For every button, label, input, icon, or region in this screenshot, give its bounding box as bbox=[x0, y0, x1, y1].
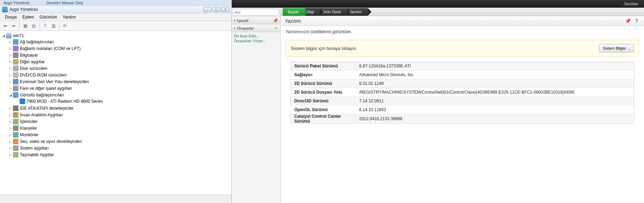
search-input[interactable] bbox=[235, 10, 283, 14]
expand-icon[interactable]: ▷ bbox=[8, 133, 13, 137]
cpu-icon bbox=[13, 119, 18, 124]
maximize-button[interactable]: ☐ bbox=[213, 7, 220, 12]
mouse-icon bbox=[13, 86, 18, 91]
ide-icon bbox=[13, 106, 18, 111]
expand-icon[interactable]: ▷ bbox=[8, 86, 13, 90]
accordion-presets[interactable]: ▾ Önayarlar ✎ bbox=[232, 24, 280, 32]
expand-icon[interactable]: ▷ bbox=[8, 126, 13, 130]
menu-file[interactable]: Dosya bbox=[2, 14, 20, 20]
tree-node[interactable]: ▷İşlemciler bbox=[1, 118, 231, 124]
dvd-icon bbox=[13, 72, 18, 78]
show-hidden-button[interactable]: ▦ bbox=[21, 22, 29, 30]
tree-node[interactable]: ▷Sistem aygıtları bbox=[1, 145, 231, 151]
ccc-content: Başlat Bilgi Ürün Özeti Yazılım Yazılım … bbox=[281, 8, 644, 203]
scan-hardware-button[interactable]: ⟳ bbox=[61, 22, 69, 30]
tree-node-label: Diğer aygıtlar bbox=[20, 59, 45, 64]
tree-node-label: Bağlantı noktaları (COM ve LPT) bbox=[20, 46, 81, 51]
tree-node[interactable]: ▷Bilgisayar bbox=[1, 52, 231, 58]
system-info-banner[interactable]: Sistem bilgisi için buraya tıklayın. Sis… bbox=[286, 40, 639, 57]
expand-icon[interactable]: ▷ bbox=[8, 73, 13, 77]
table-row: SağlayıcıAdvanced Micro Devices, Inc. bbox=[291, 71, 634, 79]
row-value: 6.14.10.11653 bbox=[357, 107, 634, 112]
system-info-button[interactable]: Sistem Bilgisi ... bbox=[599, 44, 634, 52]
expand-icon[interactable]: ▷ bbox=[8, 139, 13, 144]
expand-icon[interactable]: ▷ bbox=[8, 46, 13, 51]
tree-node-label: Taşınabilir Aygıtlar bbox=[20, 152, 54, 157]
tree-node[interactable]: ▷Ses, video ve oyun denetleyicileri bbox=[1, 138, 231, 144]
devmgr-titlebar[interactable]: Aygıt Yöneticisi — ☐ ✕ bbox=[0, 6, 231, 13]
devmgr-title: Aygıt Yöneticisi bbox=[9, 7, 38, 12]
row-value: /REGISTRY/MACHINE/SYSTEM/ControlSet001/C… bbox=[357, 90, 634, 95]
expand-icon[interactable]: ▷ bbox=[8, 113, 13, 117]
tree-node[interactable]: ▷İnsan Arabirim Aygıtları bbox=[1, 112, 231, 118]
tree-node[interactable]: ▷Ağ bağdaştırıcıları bbox=[1, 39, 231, 45]
expand-icon[interactable]: ▷ bbox=[8, 80, 13, 84]
accordion-presets-label: Önayarlar bbox=[237, 26, 254, 30]
collapse-icon[interactable]: ◢ bbox=[8, 93, 13, 97]
tree-node[interactable]: ▷DVD/CD-ROM sürücüleri bbox=[1, 72, 231, 78]
tree-leaf[interactable]: 7900 MOD - ATI Radeon HD 4600 Series bbox=[1, 98, 231, 104]
accordion-pinned[interactable]: ▾ İşaretli 📌 bbox=[232, 17, 280, 24]
row-value: 2012.0418.2133.36668 bbox=[357, 116, 634, 121]
properties-button[interactable]: ▥ bbox=[50, 22, 57, 30]
tree-node[interactable]: ▷Monitörler bbox=[1, 132, 231, 138]
table-row: 2D Sürücü Sürümü8.01.01.1248 bbox=[291, 79, 634, 88]
row-key: Catalyst Control Center Sürümü bbox=[291, 114, 357, 124]
tab-start-label: Başlat bbox=[288, 10, 298, 14]
bg-tab-control-panel[interactable]: Denetim Masası Giriş bbox=[46, 1, 83, 5]
help-icon: ? bbox=[44, 23, 46, 28]
collapse-icon[interactable]: ◢ bbox=[1, 34, 6, 38]
expand-icon[interactable]: ▷ bbox=[8, 119, 13, 124]
page-description: Yazılımınızın özelliklerini görüntüler. bbox=[281, 26, 644, 38]
expand-icon[interactable]: ▷ bbox=[8, 153, 13, 157]
preferences-button[interactable]: Tercihler bbox=[620, 1, 642, 7]
tree-node[interactable]: ▷IDE ATA/ATAPI denetleyiciler bbox=[1, 105, 231, 111]
devmgr-toolbar: ⬅ ➡ ▦ ▤ ? ▥ ⟳ bbox=[0, 21, 231, 31]
forward-button[interactable]: ➡ bbox=[10, 22, 17, 30]
expand-icon[interactable]: ▷ bbox=[8, 40, 13, 44]
bg-tab-devmgr[interactable]: Aygıt Yöneticisi bbox=[3, 1, 30, 5]
mob-icon bbox=[13, 152, 18, 158]
menu-help[interactable]: Yardım bbox=[60, 14, 79, 20]
back-button[interactable]: ⬅ bbox=[1, 22, 9, 30]
tree-node[interactable]: ▷Evrensel Seri Veri Yolu denetleyicileri bbox=[1, 79, 231, 85]
devmgr-tree[interactable]: ◢win71▷Ağ bağdaştırıcıları▷Bağlantı nokt… bbox=[0, 31, 231, 195]
tab-start[interactable]: Başlat bbox=[283, 8, 305, 16]
other-icon bbox=[13, 59, 18, 65]
tree-node-label: Monitörler bbox=[20, 132, 38, 137]
tree-node-label: Ses, video ve oyun denetleyicileri bbox=[20, 139, 82, 144]
table-row: OpenGL Sürümü6.14.10.11653 bbox=[291, 106, 634, 114]
help-icon[interactable]: ? bbox=[634, 18, 640, 24]
ccc-search: 🔍 bbox=[232, 8, 280, 17]
toolbar-separator bbox=[59, 23, 59, 29]
preset-add-link[interactable]: Ön Ayar Ekle... bbox=[234, 34, 278, 38]
menu-action[interactable]: Eylem bbox=[20, 14, 37, 20]
software-info-table: Sürücü Paket Sürümü8.97-120418a-137336E-… bbox=[290, 61, 634, 123]
view-button[interactable]: ▤ bbox=[30, 22, 37, 30]
tree-node[interactable]: ▷Bağlantı noktaları (COM ve LPT) bbox=[1, 45, 231, 51]
pin-page-icon[interactable]: 📌 bbox=[624, 18, 631, 24]
expand-icon[interactable]: ▷ bbox=[8, 106, 13, 110]
tree-node[interactable]: ◢Görüntü bağdaştırıcıları bbox=[1, 92, 231, 98]
close-button[interactable]: ✕ bbox=[222, 7, 229, 12]
tree-node[interactable]: ▷Disk sürücüleri bbox=[1, 65, 231, 71]
tree-node[interactable]: ▷Diğer aygıtlar bbox=[1, 59, 231, 65]
tree-node[interactable]: ▷Taşınabilir Aygıtlar bbox=[1, 152, 231, 158]
preset-manage-link[interactable]: Önayarları Yönet... bbox=[234, 38, 278, 43]
net-icon bbox=[13, 39, 18, 45]
expand-icon[interactable]: ▷ bbox=[8, 60, 13, 64]
catalyst-control-center: Tercihler 🔍 ▾ İşaretli 📌 ▾ Önayarlar ✎ bbox=[232, 0, 644, 203]
snd-icon bbox=[13, 139, 18, 144]
ccc-sidebar: 🔍 ▾ İşaretli 📌 ▾ Önayarlar ✎ Ön Ayar Ekl… bbox=[232, 8, 281, 203]
expand-icon[interactable]: ▷ bbox=[8, 146, 13, 150]
disk-icon bbox=[13, 66, 18, 71]
gpu-icon bbox=[20, 99, 25, 104]
expand-icon[interactable]: ▷ bbox=[8, 66, 13, 71]
tree-root-node[interactable]: ◢win71 bbox=[1, 32, 231, 38]
tree-node[interactable]: ▷Klavyeler bbox=[1, 125, 231, 131]
expand-icon[interactable]: ▷ bbox=[8, 53, 13, 57]
tree-node[interactable]: ▷Fare ve diğer işaret aygıtları bbox=[1, 85, 231, 91]
help-button[interactable]: ? bbox=[41, 22, 49, 30]
minimize-button[interactable]: — bbox=[203, 7, 211, 12]
menu-view[interactable]: Görünüm bbox=[37, 14, 60, 20]
